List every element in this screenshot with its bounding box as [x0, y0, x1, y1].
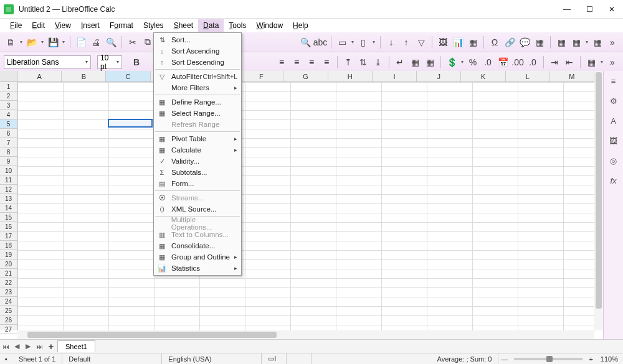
align-bottom-button[interactable]: ⤓ [371, 55, 385, 69]
row-header[interactable]: 7 [0, 138, 17, 147]
freeze-button[interactable]: ▦ [569, 35, 583, 49]
zoom-out-button[interactable]: — [498, 355, 510, 363]
row-header[interactable]: 3 [0, 101, 17, 110]
maximize-button[interactable]: ☐ [578, 0, 601, 19]
menu-window[interactable]: Window [251, 19, 288, 32]
row-header[interactable]: 4 [0, 110, 17, 119]
styles-icon[interactable]: A [607, 114, 620, 127]
selection-mode[interactable] [287, 353, 312, 364]
menu-item[interactable]: ▤Form... [154, 178, 241, 189]
row-header[interactable]: 26 [0, 315, 17, 325]
menu-item[interactable]: ⇅Sort... [154, 34, 241, 45]
column-header[interactable]: C [106, 71, 150, 82]
pivot-button[interactable]: ▦ [466, 35, 480, 49]
horizontal-scrollbar[interactable] [17, 330, 594, 339]
add-sheet-button[interactable]: + [45, 341, 57, 352]
autofilter-button[interactable]: ▽ [414, 35, 428, 49]
add-decimal-button[interactable]: .00 [511, 55, 525, 69]
menu-format[interactable]: Format [105, 19, 138, 32]
zoom-knob[interactable] [546, 356, 553, 362]
scrollbar-thumb[interactable] [27, 332, 277, 338]
currency-button[interactable]: 💲 [445, 55, 459, 69]
status-selection-info[interactable]: Average: ; Sum: 0 [312, 353, 498, 364]
navigator-icon[interactable]: ◎ [607, 154, 620, 167]
row-button[interactable]: ▭ [335, 35, 349, 49]
menu-tools[interactable]: Tools [224, 19, 251, 32]
row-header[interactable]: 1 [0, 82, 17, 91]
save-dropdown[interactable]: ▾ [61, 39, 66, 45]
row-header[interactable]: 10 [0, 166, 17, 175]
open-button[interactable]: 📂 [25, 35, 39, 49]
date-button[interactable]: 📅 [496, 55, 510, 69]
special-char-button[interactable]: Ω [488, 35, 502, 49]
menu-item[interactable]: ⟨⟩XML Source... [154, 203, 241, 215]
align-left-button[interactable]: ≡ [275, 55, 288, 69]
cells-area[interactable] [17, 82, 594, 330]
menu-item[interactable]: ▦Select Range... [154, 108, 241, 119]
sidebar-menu-icon[interactable]: ≡ [607, 75, 620, 87]
tab-prev-button[interactable]: ◀ [11, 341, 22, 352]
overflow-icon[interactable]: » [606, 35, 619, 49]
menu-sheet[interactable]: Sheet [169, 19, 198, 32]
row-header[interactable]: 17 [0, 231, 17, 241]
column-header[interactable]: B [62, 71, 106, 82]
row-header[interactable]: 6 [0, 129, 17, 138]
tab-first-button[interactable]: ⏮ [0, 341, 11, 352]
row-header[interactable]: 14 [0, 203, 17, 213]
gallery-icon[interactable]: 🖼 [607, 134, 620, 147]
menu-help[interactable]: Help [288, 19, 313, 32]
chart-button[interactable]: 📊 [451, 35, 465, 49]
row-header[interactable]: 2 [0, 91, 17, 101]
sheet-tab-1[interactable]: Sheet1 [57, 340, 95, 352]
find-button[interactable]: 🔍 [298, 35, 312, 49]
column-header[interactable]: G [283, 71, 328, 82]
menu-item[interactable]: ↓Sort Ascending [154, 45, 241, 57]
font-size-combo[interactable]: 10 pt ▾ [97, 55, 122, 69]
close-button[interactable]: ✕ [601, 0, 623, 19]
export-pdf-button[interactable]: 📄 [74, 35, 88, 49]
zoom-value[interactable]: 110% [596, 355, 623, 363]
new-dropdown[interactable]: ▾ [19, 39, 24, 45]
row-header[interactable]: 22 [0, 278, 17, 287]
column-header[interactable]: K [461, 71, 505, 82]
row-header[interactable]: 25 [0, 306, 17, 315]
sort-desc-button[interactable]: ↑ [399, 35, 413, 49]
remove-decimal-button[interactable]: .0 [526, 55, 540, 69]
tab-last-button[interactable]: ⏭ [34, 341, 45, 352]
menu-item[interactable]: 📊Statistics▸ [154, 263, 241, 274]
select-all-corner[interactable] [0, 71, 17, 82]
row-header[interactable]: 9 [0, 157, 17, 166]
menu-item[interactable]: ▦Consolidate... [154, 240, 241, 251]
print-button[interactable]: 🖨 [89, 35, 103, 49]
save-indicator-icon[interactable]: ▪ [0, 355, 12, 363]
row-header[interactable]: 19 [0, 250, 17, 259]
menu-edit[interactable]: Edit [27, 19, 50, 32]
align-justify-button[interactable]: ≡ [320, 55, 333, 69]
row-header[interactable]: 18 [0, 241, 17, 250]
number-button[interactable]: .0 [481, 55, 495, 69]
row-header[interactable]: 21 [0, 269, 17, 278]
column-button[interactable]: ▯ [356, 35, 370, 49]
open-dropdown[interactable]: ▾ [40, 39, 45, 45]
menu-item[interactable]: ▦Group and Outline▸ [154, 251, 241, 263]
row-header[interactable]: 12 [0, 185, 17, 194]
hyperlink-button[interactable]: 🔗 [503, 35, 516, 49]
zoom-in-button[interactable]: + [586, 355, 595, 363]
align-right-button[interactable]: ≡ [305, 55, 318, 69]
align-top-button[interactable]: ⤒ [341, 55, 355, 69]
spellcheck-button[interactable]: abc [313, 35, 327, 49]
properties-icon[interactable]: ⚙ [607, 95, 620, 107]
status-language[interactable]: English (USA) [162, 353, 262, 364]
copy-button[interactable]: ⧉ [141, 35, 155, 49]
increase-indent-button[interactable]: ⇥ [548, 55, 561, 69]
menu-item[interactable]: ✓Validity... [154, 156, 241, 167]
new-button[interactable]: 🗎 [4, 35, 17, 49]
headers-footers-button[interactable]: ▦ [533, 35, 546, 49]
row-header[interactable]: 24 [0, 297, 17, 306]
row-header[interactable]: 15 [0, 213, 17, 222]
row-header[interactable]: 23 [0, 287, 17, 297]
scrollbar-thumb[interactable] [596, 72, 602, 309]
menu-item[interactable]: ΣSubtotals... [154, 167, 241, 178]
image-button[interactable]: 🖼 [436, 35, 450, 49]
menu-item[interactable]: ▽AutoFilterCtrl+Shift+L [154, 71, 241, 82]
